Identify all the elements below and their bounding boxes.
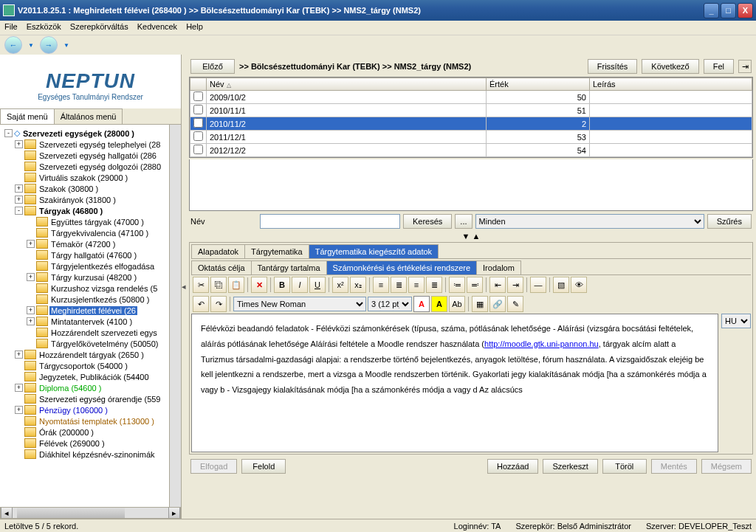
dropdown-icon[interactable]: ▼ xyxy=(63,42,69,49)
tree-item[interactable]: Diploma (54600 ) xyxy=(38,384,103,393)
search-options-button[interactable]: ... xyxy=(455,214,472,229)
copy-icon[interactable]: ⿻ xyxy=(210,277,227,293)
font-family-select[interactable]: Times New Roman xyxy=(233,297,366,311)
delete-button[interactable]: Töröl xyxy=(602,459,647,474)
menu-file[interactable]: File xyxy=(4,22,18,33)
italic-icon[interactable]: I xyxy=(292,277,308,293)
expand-icon[interactable]: + xyxy=(15,406,23,414)
collapse-icon[interactable]: - xyxy=(15,207,23,215)
bold-icon[interactable]: B xyxy=(274,277,290,293)
expand-icon[interactable]: + xyxy=(15,384,23,392)
language-select[interactable]: HU xyxy=(721,314,751,328)
tree-item[interactable]: Tárgy kurzusai (48200 ) xyxy=(49,273,138,282)
release-button[interactable]: Felold xyxy=(241,459,286,474)
align-center-icon[interactable]: ≣ xyxy=(391,277,407,293)
expand-icon[interactable]: + xyxy=(15,350,23,359)
tree-scrollbar[interactable] xyxy=(169,125,181,507)
tree-item[interactable]: Szervezeti egység telephelyei (28 xyxy=(38,140,162,149)
nav-back-button[interactable]: ← xyxy=(4,36,22,54)
maximize-button[interactable]: □ xyxy=(721,3,736,18)
row-checkbox[interactable] xyxy=(193,131,203,141)
editor-link[interactable]: http://moodle.gtk.uni-pannon.hu xyxy=(484,339,599,348)
list-numbers-icon[interactable]: ≕ xyxy=(467,277,483,293)
tab-goal[interactable]: Oktatás célja xyxy=(191,260,252,274)
tree-item[interactable]: Szervezeti egység hallgatói (286 xyxy=(38,151,158,160)
font-size-select[interactable]: 3 (12 pt) xyxy=(368,297,412,311)
expand-icon[interactable]: + xyxy=(15,196,23,204)
tab-subject-theme-extra[interactable]: Tárgytematika kiegészítő adatok xyxy=(309,244,439,258)
edit-button[interactable]: Szerkeszt xyxy=(543,459,597,474)
tree-item[interactable]: Együttes tárgyak (47000 ) xyxy=(49,218,145,227)
pin-button[interactable]: ⇥ xyxy=(738,60,752,73)
expand-icon[interactable]: + xyxy=(27,240,35,248)
next-button[interactable]: Következő xyxy=(642,59,698,74)
menu-role[interactable]: Szerepkörváltás xyxy=(70,22,128,33)
expand-icon[interactable]: + xyxy=(15,184,23,193)
row-checkbox[interactable] xyxy=(193,91,203,101)
align-justify-icon[interactable]: ≣ xyxy=(426,277,442,293)
undo-icon[interactable]: ↶ xyxy=(193,296,209,312)
tree-item[interactable]: Kurzushoz vizsga rendelés (5 xyxy=(49,284,159,293)
cut-icon[interactable]: ✂ xyxy=(193,277,209,293)
tree-item[interactable]: Kurzusjelentkezés (50800 ) xyxy=(49,295,151,304)
tree-item[interactable]: Tárgy hallgatói (47600 ) xyxy=(49,251,138,260)
row-checkbox[interactable] xyxy=(193,118,203,128)
tree-item[interactable]: Tárgycsoportok (54000 ) xyxy=(38,362,129,370)
table-icon[interactable]: ▦ xyxy=(472,296,488,312)
menu-help[interactable]: Help xyxy=(186,22,203,33)
font-color-icon[interactable]: A xyxy=(413,296,430,312)
link-icon[interactable]: 🔗 xyxy=(489,296,506,312)
indent-icon[interactable]: ⇥ xyxy=(507,277,523,293)
tree-item[interactable]: Szervezeti egység dolgozói (2880 xyxy=(38,162,162,171)
tree-item[interactable]: Pénzügy (106000 ) xyxy=(38,406,109,415)
tree-item-selected[interactable]: Meghirdetett félévei (26 xyxy=(49,306,137,315)
close-button[interactable]: X xyxy=(738,3,753,18)
align-left-icon[interactable]: ≡ xyxy=(373,277,389,293)
nav-forward-button[interactable]: → xyxy=(40,36,58,54)
delete-icon[interactable]: ✕ xyxy=(251,277,267,293)
tree-item[interactable]: Mintatantervek (4100 ) xyxy=(49,317,134,326)
navigation-tree[interactable]: -◇Szervezeti egységek (28000 ) +Szerveze… xyxy=(0,125,181,507)
tree-item[interactable]: Hozzárendelt szervezeti egys xyxy=(49,328,159,337)
tab-general-menu[interactable]: Általános menü xyxy=(54,108,123,124)
clearformat-icon[interactable]: Ab xyxy=(449,296,465,312)
filter-button[interactable]: Szűrés xyxy=(707,214,752,229)
table-row[interactable]: 2009/10/250 xyxy=(190,91,752,104)
tree-item[interactable]: Tárgyjelentkezés elfogadása xyxy=(49,262,156,271)
add-button[interactable]: Hozzáad xyxy=(487,459,538,474)
table-row[interactable]: 2012/12/254 xyxy=(190,144,752,157)
list-bullets-icon[interactable]: ≔ xyxy=(449,277,465,293)
tab-own-menu[interactable]: Saját menü xyxy=(0,108,55,124)
splitter-horizontal[interactable]: ▼ ▲ xyxy=(189,232,753,241)
row-checkbox[interactable] xyxy=(193,105,203,114)
underline-icon[interactable]: U xyxy=(309,277,326,293)
minimize-button[interactable]: _ xyxy=(704,3,719,18)
tree-item[interactable]: Szervezeti egység órarendje (559 xyxy=(38,395,162,404)
tree-item[interactable]: Órák (200000 ) xyxy=(38,428,95,437)
grid-header-check[interactable] xyxy=(190,78,207,91)
tab-content[interactable]: Tantárgy tartalma xyxy=(251,260,327,274)
subscript-icon[interactable]: x₂ xyxy=(350,277,366,293)
tree-item[interactable]: Hozzárendelt tárgyak (2650 ) xyxy=(38,350,145,359)
tab-assessment[interactable]: Számonkérési és értékelési rendszere xyxy=(326,260,477,274)
tab-basicdata[interactable]: Alapadatok xyxy=(191,244,245,258)
tab-literature[interactable]: Irodalom xyxy=(476,260,521,274)
paste-icon[interactable]: 📋 xyxy=(228,277,244,293)
grid-header-desc[interactable]: Leírás xyxy=(590,78,752,91)
grid-header-value[interactable]: Érték xyxy=(487,78,590,91)
expand-icon[interactable]: + xyxy=(15,140,23,148)
rich-text-editor[interactable]: Félévközi beadandó feladatok - Félévközi… xyxy=(191,314,718,452)
table-row[interactable]: 2010/11/151 xyxy=(190,104,752,117)
tree-item[interactable]: Jegyzetek, Publikációk (54400 xyxy=(38,373,151,381)
tab-subject-theme[interactable]: Tárgytematika xyxy=(244,244,309,258)
menu-tools[interactable]: Eszközök xyxy=(27,22,61,33)
table-row-selected[interactable]: 2010/11/22 xyxy=(190,117,752,131)
row-checkbox[interactable] xyxy=(193,145,203,154)
outdent-icon[interactable]: ⇤ xyxy=(489,277,506,293)
prev-button[interactable]: Előző xyxy=(190,59,235,74)
tree-item[interactable]: Tárgyelőkövetelmény (50050) xyxy=(49,339,160,348)
table-row[interactable]: 2011/12/153 xyxy=(190,131,752,144)
tree-item[interactable]: Nyomtatási templatek (113000 ) xyxy=(38,417,156,426)
expand-icon[interactable]: + xyxy=(27,273,35,281)
tree-root[interactable]: Szervezeti egységek (28000 ) xyxy=(21,129,136,138)
